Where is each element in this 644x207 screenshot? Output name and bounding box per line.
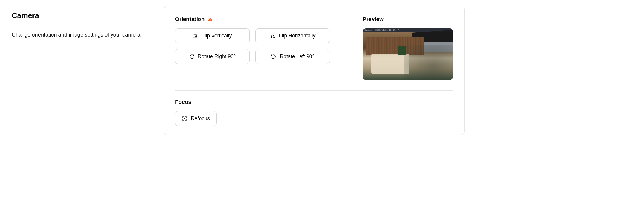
flip-vertical-icon bbox=[193, 33, 198, 39]
orientation-heading-label: Orientation bbox=[175, 16, 205, 23]
orientation-button-grid: Flip Vertically Flip Horizontally bbox=[175, 28, 330, 64]
refocus-button[interactable]: Refocus bbox=[175, 111, 217, 126]
preview-scene-shadow bbox=[404, 45, 453, 80]
warning-icon bbox=[207, 17, 213, 22]
section-title: Camera bbox=[12, 11, 152, 20]
flip-horizontally-button[interactable]: Flip Horizontally bbox=[255, 28, 330, 43]
refocus-label: Refocus bbox=[191, 115, 210, 122]
preview-heading: Preview bbox=[363, 16, 453, 23]
svg-rect-0 bbox=[210, 18, 211, 20]
focus-heading: Focus bbox=[175, 99, 453, 105]
orientation-heading: Orientation bbox=[175, 16, 351, 23]
refocus-icon bbox=[182, 116, 187, 121]
preview-block: Preview Garage - 2023/11/01 18:37:07 bbox=[363, 16, 453, 80]
rotate-left-button[interactable]: Rotate Left 90° bbox=[255, 49, 330, 64]
flip-horizontally-label: Flip Horizontally bbox=[279, 33, 316, 39]
rotate-right-button[interactable]: Rotate Right 90° bbox=[175, 49, 250, 64]
svg-rect-1 bbox=[210, 20, 211, 21]
camera-preview-image: Garage - 2023/11/01 18:37:07 bbox=[363, 28, 453, 80]
orientation-block: Orientation bbox=[175, 16, 351, 80]
flip-horizontal-icon bbox=[270, 33, 275, 39]
top-row: Orientation bbox=[175, 16, 453, 91]
focus-block: Focus Refocus bbox=[175, 99, 453, 126]
section-description: Change orientation and image settings of… bbox=[12, 31, 152, 39]
flip-vertically-label: Flip Vertically bbox=[202, 33, 232, 39]
camera-settings-container: Camera Change orientation and image sett… bbox=[12, 6, 465, 135]
settings-card: Orientation bbox=[164, 6, 465, 135]
left-panel: Camera Change orientation and image sett… bbox=[12, 6, 152, 135]
rotate-right-label: Rotate Right 90° bbox=[198, 54, 236, 60]
preview-overlay-text: Garage - 2023/11/01 18:37:07 bbox=[363, 28, 453, 32]
svg-point-2 bbox=[184, 118, 185, 119]
rotate-right-icon bbox=[189, 54, 194, 59]
flip-vertically-button[interactable]: Flip Vertically bbox=[175, 28, 250, 43]
rotate-left-label: Rotate Left 90° bbox=[280, 54, 314, 60]
rotate-left-icon bbox=[271, 54, 276, 59]
